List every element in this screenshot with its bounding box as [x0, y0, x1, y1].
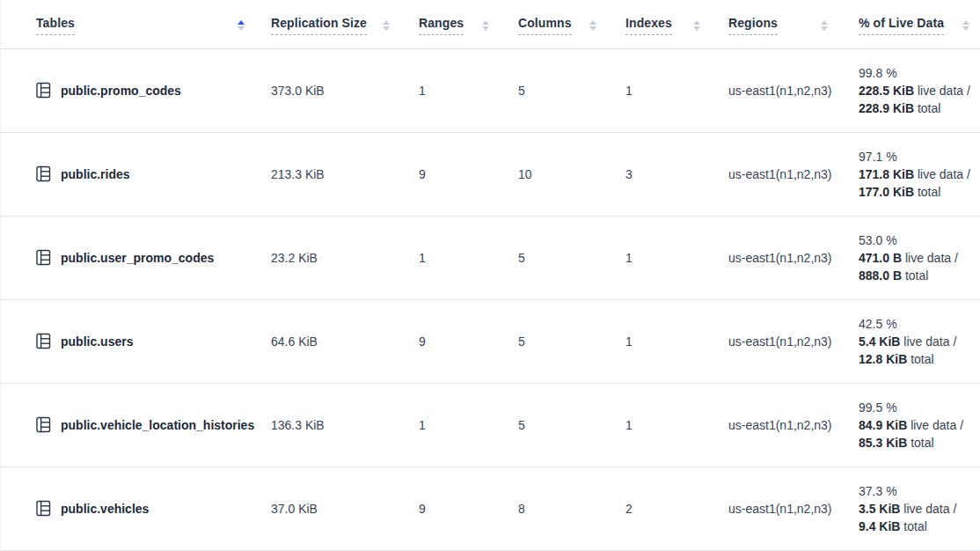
column-header-columns[interactable]: Columns [501, 0, 608, 48]
columns-cell: 5 [501, 48, 608, 132]
table-row[interactable]: public.promo_codes 373.0 KiB 1 5 1 us-ea… [1, 48, 980, 132]
table-name-cell: public.user_promo_codes [1, 216, 256, 299]
column-header-label: Replication Size [271, 16, 367, 35]
total-data-size: 85.3 KiB [859, 436, 907, 450]
live-data-percent: 99.8 % [859, 64, 980, 82]
column-header-label: % of Live Data [859, 16, 944, 35]
live-data-percent: 42.5 % [859, 315, 980, 333]
live-data-size: 5.4 KiB [859, 334, 900, 349]
column-header-label: Regions [728, 16, 778, 35]
columns-cell: 5 [501, 383, 608, 467]
regions-cell: us-east1(n1,n2,n3) [712, 467, 839, 550]
column-header-live-data[interactable]: % of Live Data [839, 0, 980, 48]
total-data-size: 228.9 KiB [859, 101, 914, 115]
regions-cell: us-east1(n1,n2,n3) [712, 48, 839, 132]
ranges-cell: 9 [401, 132, 501, 216]
regions-cell: us-east1(n1,n2,n3) [712, 299, 839, 383]
total-data-size: 177.0 KiB [859, 185, 914, 199]
ranges-cell: 9 [401, 467, 501, 550]
columns-cell: 5 [501, 299, 608, 383]
column-header-label: Indexes [625, 16, 672, 35]
live-data-size: 84.9 KiB [859, 418, 907, 432]
column-header-tables[interactable]: Tables [1, 0, 256, 48]
database-tables-table: Tables Replication Size Ranges [1, 0, 980, 551]
replication-size-cell: 213.3 KiB [256, 132, 401, 216]
table-name-cell: public.vehicle_location_histories [1, 383, 256, 467]
table-name-cell: public.vehicles [1, 467, 256, 550]
columns-cell: 5 [501, 216, 608, 299]
replication-size-cell: 64.6 KiB [256, 299, 401, 383]
total-data-size: 9.4 KiB [859, 519, 900, 533]
live-data-percent: 37.3 % [859, 482, 980, 500]
live-data-cell: 37.3 % 3.5 KiB live data / 9.4 KiB total [839, 467, 980, 550]
table-grid-icon [36, 165, 51, 182]
column-header-label: Ranges [419, 16, 464, 35]
live-data-percent: 53.0 % [859, 231, 980, 249]
table-name-link[interactable]: public.vehicles [61, 502, 149, 516]
table-name-link[interactable]: public.users [61, 334, 133, 349]
sort-arrows-icon [693, 20, 700, 31]
replication-size-cell: 37.0 KiB [256, 467, 401, 550]
column-header-ranges[interactable]: Ranges [401, 0, 501, 48]
column-header-label: Columns [518, 16, 572, 35]
replication-size-cell: 373.0 KiB [256, 48, 401, 132]
table-name-cell: public.promo_codes [1, 48, 256, 132]
live-data-size: 3.5 KiB [859, 502, 900, 516]
table-row[interactable]: public.users 64.6 KiB 9 5 1 us-east1(n1,… [1, 299, 980, 383]
table-row[interactable]: public.vehicle_location_histories 136.3 … [1, 383, 980, 467]
live-data-cell: 97.1 % 171.8 KiB live data / 177.0 KiB t… [839, 132, 980, 216]
columns-cell: 8 [501, 467, 608, 550]
regions-cell: us-east1(n1,n2,n3) [712, 132, 839, 216]
ranges-cell: 9 [401, 299, 501, 383]
sort-arrows-icon [821, 20, 828, 31]
table-grid-icon [36, 82, 51, 99]
table-name-cell: public.users [1, 299, 256, 383]
ranges-cell: 1 [401, 383, 501, 467]
indexes-cell: 2 [608, 467, 712, 550]
sort-arrows-icon [238, 20, 245, 31]
column-header-regions[interactable]: Regions [712, 0, 839, 48]
column-header-label: Tables [36, 16, 75, 35]
live-data-size: 171.8 KiB [859, 167, 914, 181]
table-row[interactable]: public.user_promo_codes 23.2 KiB 1 5 1 u… [1, 216, 980, 299]
table-name-link[interactable]: public.rides [61, 167, 130, 181]
columns-cell: 10 [501, 132, 608, 216]
regions-cell: us-east1(n1,n2,n3) [712, 216, 839, 299]
table-header-row: Tables Replication Size Ranges [1, 0, 980, 48]
table-grid-icon [36, 249, 51, 266]
live-data-percent: 97.1 % [859, 148, 980, 165]
sort-arrows-icon [589, 20, 596, 31]
indexes-cell: 3 [608, 132, 712, 216]
sort-arrows-icon [962, 20, 969, 31]
live-data-percent: 99.5 % [859, 399, 980, 416]
table-row[interactable]: public.vehicles 37.0 KiB 9 8 2 us-east1(… [1, 467, 980, 550]
live-data-cell: 99.5 % 84.9 KiB live data / 85.3 KiB tot… [839, 383, 980, 467]
table-grid-icon [36, 500, 51, 517]
column-header-replication-size[interactable]: Replication Size [256, 0, 401, 48]
live-data-cell: 42.5 % 5.4 KiB live data / 12.8 KiB tota… [839, 299, 980, 383]
tables-list-page: Tables Replication Size Ranges [0, 0, 980, 551]
indexes-cell: 1 [608, 48, 712, 132]
live-data-cell: 53.0 % 471.0 B live data / 888.0 B total [839, 216, 980, 299]
live-data-cell: 99.8 % 228.5 KiB live data / 228.9 KiB t… [839, 48, 980, 132]
ranges-cell: 1 [401, 216, 501, 299]
indexes-cell: 1 [608, 299, 712, 383]
table-name-link[interactable]: public.vehicle_location_histories [61, 418, 254, 432]
table-grid-icon [36, 416, 51, 433]
table-name-cell: public.rides [1, 132, 256, 216]
indexes-cell: 1 [608, 383, 712, 467]
table-grid-icon [36, 333, 51, 349]
total-data-size: 12.8 KiB [859, 352, 907, 366]
live-data-size: 471.0 B [859, 251, 902, 265]
table-name-link[interactable]: public.user_promo_codes [61, 251, 214, 265]
sort-arrows-icon [383, 20, 390, 31]
regions-cell: us-east1(n1,n2,n3) [712, 383, 839, 467]
indexes-cell: 1 [608, 216, 712, 299]
total-data-size: 888.0 B [859, 268, 902, 283]
table-name-link[interactable]: public.promo_codes [61, 84, 181, 98]
live-data-size: 228.5 KiB [859, 84, 914, 98]
sort-arrows-icon [482, 20, 489, 31]
table-row[interactable]: public.rides 213.3 KiB 9 10 3 us-east1(n… [1, 132, 980, 216]
column-header-indexes[interactable]: Indexes [608, 0, 712, 48]
replication-size-cell: 136.3 KiB [256, 383, 401, 467]
